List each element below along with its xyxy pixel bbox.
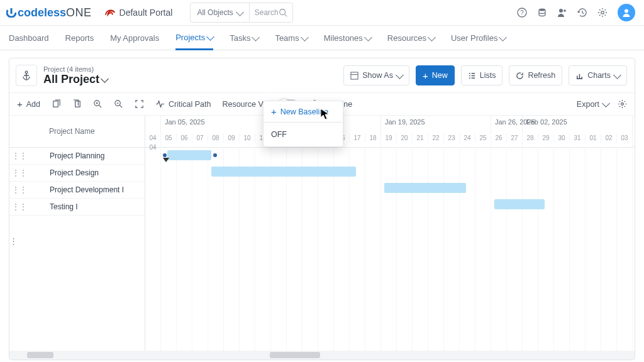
- task-bar[interactable]: [384, 183, 466, 193]
- anchor-icon: [16, 65, 37, 86]
- task-row[interactable]: ⋮⋮Project Planning: [9, 148, 145, 165]
- gear-icon[interactable]: [597, 8, 608, 18]
- page: Project (4 items) All Project Show As +N…: [0, 50, 644, 362]
- page-subtitle: Project (4 items): [43, 65, 108, 73]
- tab-milestones[interactable]: Milestones: [324, 26, 371, 50]
- svg-rect-11: [53, 101, 58, 107]
- export-button[interactable]: Export: [577, 100, 609, 109]
- day-cell: 02: [601, 133, 617, 143]
- copy-icon[interactable]: [52, 99, 61, 109]
- day-cell: 09: [224, 133, 240, 143]
- task-row[interactable]: ⋮⋮Testing I: [9, 199, 145, 216]
- show-as-button[interactable]: Show As: [343, 65, 409, 85]
- new-button[interactable]: +New: [416, 65, 455, 85]
- chevron-down-icon: [206, 33, 214, 41]
- drag-handle-icon[interactable]: ⋮⋮: [9, 151, 30, 160]
- chevron-down-icon: [396, 71, 404, 79]
- tab-projects[interactable]: Projects: [175, 26, 213, 50]
- day-cell: 10: [240, 133, 255, 143]
- scroll-thumb[interactable]: [27, 352, 53, 358]
- chevron-down-icon: [236, 8, 244, 16]
- day-cell: 17: [350, 133, 365, 143]
- object-filter-button[interactable]: All Objects: [190, 3, 248, 23]
- svg-point-9: [25, 71, 28, 74]
- chevron-down-icon: [499, 33, 508, 41]
- day-cell: 01: [586, 133, 601, 143]
- day-cell: 24: [460, 133, 475, 143]
- task-bar[interactable]: [167, 150, 211, 160]
- gear-icon[interactable]: [618, 99, 627, 109]
- portal-switcher[interactable]: Default Portal: [104, 7, 173, 18]
- top-icons: ?: [517, 4, 635, 21]
- pulse-icon: [155, 99, 165, 109]
- avatar[interactable]: [618, 4, 635, 21]
- lists-button[interactable]: Lists: [461, 65, 503, 85]
- refresh-icon: [516, 72, 524, 80]
- new-baseline-item[interactable]: +New Baseline: [264, 101, 343, 122]
- help-icon[interactable]: ?: [517, 8, 527, 18]
- svg-point-7: [601, 11, 604, 14]
- card-header: Project (4 items) All Project Show As +N…: [9, 58, 635, 92]
- list-icon: [468, 72, 476, 80]
- tab-resources[interactable]: Resources: [387, 26, 435, 50]
- day-cell: 19: [381, 133, 397, 143]
- tab-tasks[interactable]: Tasks: [230, 26, 258, 50]
- svg-point-5: [539, 9, 545, 11]
- day-cell: 03: [617, 133, 633, 143]
- refresh-button[interactable]: Refresh: [509, 65, 562, 85]
- drag-handle-icon[interactable]: ⋮⋮: [9, 202, 30, 211]
- tab-reports[interactable]: Reports: [65, 26, 94, 50]
- day-cell: 27: [507, 133, 523, 143]
- day-cell: 28: [523, 133, 538, 143]
- day-cell: 04: [145, 133, 161, 143]
- day-cell: 30: [554, 133, 570, 143]
- logo[interactable]: codelessONE: [6, 6, 92, 19]
- milestone-start[interactable]: [163, 153, 167, 157]
- fit-icon[interactable]: [135, 99, 144, 109]
- milestone-end[interactable]: [213, 153, 217, 157]
- zoom-in-icon[interactable]: [93, 99, 103, 109]
- splitter-handle[interactable]: ⋮: [9, 236, 14, 246]
- day-cell: 26: [491, 133, 507, 143]
- zoom-out-icon[interactable]: [114, 99, 123, 109]
- plus-icon: +: [17, 99, 23, 109]
- column-header-name: Project Name: [9, 116, 145, 148]
- task-bar[interactable]: [494, 199, 545, 209]
- day-cell: 25: [475, 133, 491, 143]
- baseline-off-item[interactable]: OFF: [264, 122, 343, 146]
- logo-icon: [6, 8, 16, 18]
- tab-userprof[interactable]: User Profiles: [451, 26, 506, 50]
- svg-point-6: [559, 9, 563, 13]
- titles: Project (4 items) All Project: [43, 65, 108, 86]
- drag-handle-icon[interactable]: ⋮⋮: [9, 168, 30, 177]
- history-icon[interactable]: [577, 8, 587, 18]
- svg-rect-12: [75, 101, 80, 107]
- day-cell: 23: [444, 133, 460, 143]
- tab-teams[interactable]: Teams: [275, 26, 307, 50]
- scroll-thumb[interactable]: [270, 352, 320, 358]
- tab-dashboard[interactable]: Dashboard: [9, 26, 49, 50]
- user-add-icon[interactable]: [557, 8, 567, 18]
- timeline-area[interactable]: Jan 05, 2025 Jan 12, 2025 Jan 19, 2025 J…: [145, 116, 635, 359]
- svg-rect-10: [351, 72, 358, 79]
- plus-icon: +: [271, 107, 277, 116]
- task-row[interactable]: ⋮⋮Project Design: [9, 165, 145, 182]
- h-scrollbar[interactable]: [9, 351, 635, 359]
- chevron-down-icon: [428, 33, 436, 41]
- database-icon[interactable]: [537, 8, 547, 18]
- task-bar[interactable]: [211, 167, 356, 177]
- day-cell: 29: [538, 133, 554, 143]
- charts-button[interactable]: Charts: [569, 65, 627, 85]
- nav-tabs: Dashboard Reports My Approvals Projects …: [0, 26, 644, 50]
- tab-approvals[interactable]: My Approvals: [110, 26, 159, 50]
- search-input[interactable]: Search: [249, 3, 293, 23]
- add-button[interactable]: +Add: [17, 99, 40, 109]
- paste-icon[interactable]: [72, 99, 82, 109]
- chevron-down-icon: [252, 33, 260, 41]
- page-title[interactable]: All Project: [43, 73, 108, 86]
- day-cell: 05: [161, 133, 177, 143]
- drag-handle-icon[interactable]: ⋮⋮: [9, 185, 30, 194]
- day-cell: 21: [413, 133, 428, 143]
- critical-path-button[interactable]: Critical Path: [155, 99, 211, 109]
- task-row[interactable]: ⋮⋮Project Development I: [9, 182, 145, 199]
